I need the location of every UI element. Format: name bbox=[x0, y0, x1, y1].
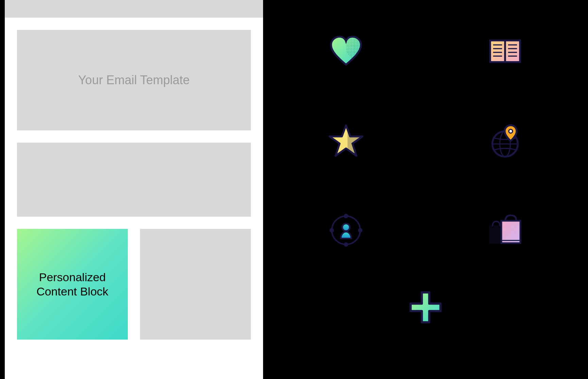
template-empty-card bbox=[140, 229, 251, 340]
svg-point-19 bbox=[358, 228, 362, 233]
svg-point-16 bbox=[509, 129, 513, 133]
personalized-content-label: PersonalizedContent Block bbox=[36, 270, 108, 299]
icon-grid bbox=[283, 14, 568, 268]
globe-pin-icon bbox=[470, 116, 540, 165]
shopping-bags-icon bbox=[470, 206, 540, 255]
plus-icon bbox=[283, 289, 568, 326]
icon-panel bbox=[263, 0, 588, 379]
profile-orbit-icon bbox=[311, 206, 381, 255]
svg-point-21 bbox=[330, 228, 334, 233]
svg-point-20 bbox=[344, 242, 348, 247]
email-template-mock: Your Email Template PersonalizedContent … bbox=[5, 0, 263, 379]
heart-icon bbox=[311, 27, 381, 76]
template-bottom-row: PersonalizedContent Block bbox=[17, 229, 251, 340]
template-hero-label: Your Email Template bbox=[78, 73, 190, 87]
svg-point-22 bbox=[342, 224, 350, 231]
svg-point-18 bbox=[344, 214, 348, 218]
book-icon bbox=[470, 27, 540, 76]
personalized-content-block: PersonalizedContent Block bbox=[17, 229, 128, 340]
svg-rect-24 bbox=[501, 221, 520, 243]
star-icon bbox=[311, 116, 381, 165]
template-section-block bbox=[17, 143, 251, 217]
template-topbar bbox=[5, 0, 263, 18]
template-hero-block: Your Email Template bbox=[17, 30, 251, 130]
